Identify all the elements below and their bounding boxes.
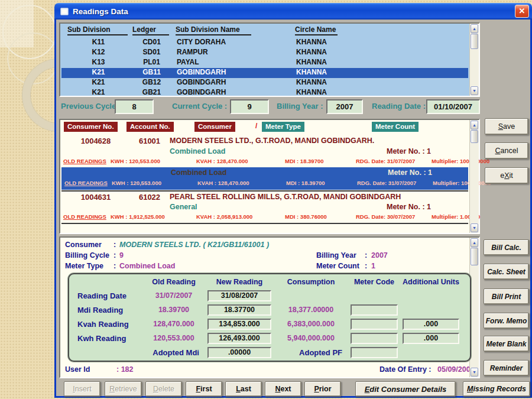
meter-number: Meter No. : 1 (387, 203, 431, 211)
window-title: Readings Data (73, 7, 128, 16)
readings-table: Old Reading New Reading Consumption Mete… (68, 273, 471, 362)
old-readings-link[interactable]: OLD READINGS (63, 158, 106, 164)
prior-button[interactable]: Prior (304, 381, 341, 397)
close-icon[interactable]: ✕ (515, 5, 529, 18)
subdivision-row-selected[interactable]: K21 GB11 GOBINDGARH KHANNA (61, 68, 468, 78)
cancel-button[interactable]: Cancel (485, 142, 528, 159)
subdivision-row[interactable]: K11 CD01 CITY DORAHA KHANNA (61, 38, 468, 48)
kwh-consumption: 5,940,000.000 (274, 334, 348, 342)
meter-number: Meter No. : 1 (387, 147, 431, 155)
old-kwh-reading: 120,553.000 (142, 334, 205, 342)
old-readings-link[interactable]: OLD READINGS (63, 213, 106, 220)
old-mdi-reading: 18.39700 (142, 306, 205, 314)
colon: : (113, 262, 116, 270)
new-reading-date-input[interactable]: 31/08/2007 (207, 290, 271, 301)
scroll-up-icon[interactable]: ▲ (471, 238, 478, 247)
bill-calc-button[interactable]: Bill Calc. (484, 239, 529, 255)
old-mdi: MDI : 18.39700 (286, 180, 325, 186)
reminder-button[interactable]: Reminder (484, 360, 529, 376)
colon: : (113, 241, 116, 249)
mdi-meter-code-input[interactable] (351, 304, 398, 316)
column-header-additional-units: Additional Units (400, 278, 462, 286)
retrieve-button: Retrieve (105, 381, 142, 397)
subdivision-row[interactable]: K21 GB12 GOBINDGARH KHANNA (61, 78, 468, 88)
new-kvah-input[interactable]: 134,853.000 (207, 319, 271, 330)
scrollbar-thumb[interactable] (471, 248, 478, 265)
consumer-block-selected[interactable]: Combined Load Meter No. : 1 OLD READINGS… (61, 167, 468, 190)
cell-sub-division: K21 (73, 78, 124, 86)
old-readings-row: OLD READINGS KWH : 120,553.000 KVAH : 12… (61, 180, 468, 188)
cell-sub-division: K13 (73, 58, 124, 66)
consumer-number: 1004631 (72, 193, 119, 202)
column-header-meter-code: Meter Code (348, 278, 400, 286)
cell-name: GOBINDGARH (177, 88, 226, 96)
meter-type-value: Combined Load (119, 262, 175, 270)
header-separator: / (255, 122, 257, 130)
scrollbar-thumb[interactable] (471, 130, 478, 143)
kvah-meter-code-input[interactable] (351, 319, 398, 330)
cell-circle: KHANNA (296, 48, 327, 56)
column-header-consumption: Consumption (274, 278, 348, 286)
billing-year-field[interactable]: 2007 (326, 99, 363, 114)
scroll-up-icon[interactable]: ▲ (471, 24, 478, 33)
edit-consumer-details-button[interactable]: Edit Consumer Details (355, 381, 456, 397)
colon: : (113, 251, 116, 259)
adopted-mdi-label: Adopted Mdi (142, 348, 205, 357)
first-button[interactable]: First (186, 381, 222, 397)
date-of-entry-label: Date Of Entry : (379, 365, 432, 374)
window-titlebar: Readings Data ✕ (54, 3, 532, 20)
subdivision-row[interactable]: K13 PL01 PAYAL KHANNA (61, 58, 468, 68)
subdivision-row[interactable]: K12 SD01 RAMPUR KHANNA (61, 48, 468, 58)
subdivision-scrollbar[interactable]: ▲ ▼ (469, 24, 479, 96)
column-header-meter-count: Meter Count (372, 122, 419, 132)
old-kvah: KVAH : 2,058,913.000 (196, 213, 252, 220)
current-cycle-field[interactable]: 9 (230, 99, 269, 114)
new-kwh-input[interactable]: 126,493.000 (207, 333, 271, 344)
last-button[interactable]: Last (225, 381, 262, 397)
adopted-mdi-input[interactable]: .00000 (207, 347, 271, 358)
kvah-row-label: Kvah Reading (73, 320, 142, 329)
kwh-additional-units-input[interactable]: .000 (403, 333, 459, 344)
bill-print-button[interactable]: Bill Print (484, 288, 529, 304)
old-readings-row: OLD READINGS KWH : 1,912,525.000 KVAH : … (60, 213, 468, 222)
scroll-down-icon[interactable]: ▼ (471, 223, 478, 232)
kvah-additional-units-input[interactable]: .000 (403, 319, 459, 330)
scroll-down-icon[interactable]: ▼ (471, 86, 478, 95)
meter-count-label: Meter Count (316, 262, 359, 270)
kwh-meter-code-input[interactable] (351, 333, 398, 344)
cell-circle: KHANNA (296, 38, 327, 46)
column-header-consumer: Consumer (194, 122, 235, 132)
exit-button[interactable]: eXit (485, 167, 528, 184)
meter-blank-button[interactable]: Meter Blank (484, 336, 529, 352)
adopted-pf-input[interactable] (351, 347, 398, 358)
calc-sheet-button[interactable]: Calc. Sheet (484, 264, 529, 280)
cell-ledger: GB11 (135, 68, 168, 76)
cell-circle: KHANNA (296, 68, 327, 76)
consumer-main-row: 1004628 61001 MODERN STEELS LTD., G.T.RO… (60, 137, 468, 147)
billing-year-label: Billing Year : (277, 102, 323, 111)
cell-sub-division: K21 (73, 88, 124, 96)
scrollbar-thumb[interactable] (471, 34, 478, 49)
new-mdi-input[interactable]: 18.37700 (207, 304, 271, 316)
subdivision-grid: Sub Division Ledger Sub Division Name Ci… (59, 22, 480, 97)
scroll-up-icon[interactable]: ▲ (471, 121, 478, 129)
missing-records-button[interactable]: Missing Records (463, 381, 530, 397)
previous-cycle-field[interactable]: 8 (115, 99, 154, 114)
forw-memo-button[interactable]: Forw. Memo (484, 313, 529, 329)
column-header-meter-type: Meter Type (262, 122, 304, 132)
consumer-name: MODERN STEELS LTD., G.T.ROAD, MANDI GOBI… (170, 137, 374, 145)
old-kvah: KVAH : 128,470.000 (197, 180, 249, 186)
subdivision-row[interactable]: K21 GB21 GOBINDGARH KHANNA (61, 88, 468, 98)
slide-background: Readings Data ✕ Sub Division Ledger Sub … (0, 0, 532, 399)
reading-date-field[interactable]: 01/10/2007 (426, 99, 480, 114)
old-readings-link[interactable]: OLD READINGS (64, 180, 108, 186)
next-button[interactable]: Next (265, 381, 301, 397)
row-separator (61, 190, 468, 192)
save-button[interactable]: Save (485, 118, 528, 135)
reading-date-row-label: Reading Date (73, 291, 142, 300)
consumer-label: Consumer (65, 241, 102, 249)
scroll-down-icon[interactable]: ▼ (471, 368, 478, 377)
consumer-scrollbar[interactable]: ▲ ▼ (469, 120, 479, 233)
mdi-row-label: Mdi Reading (73, 306, 142, 314)
old-readings-row: OLD READINGS KWH : 120,553.000 KVAH : 12… (60, 158, 468, 166)
